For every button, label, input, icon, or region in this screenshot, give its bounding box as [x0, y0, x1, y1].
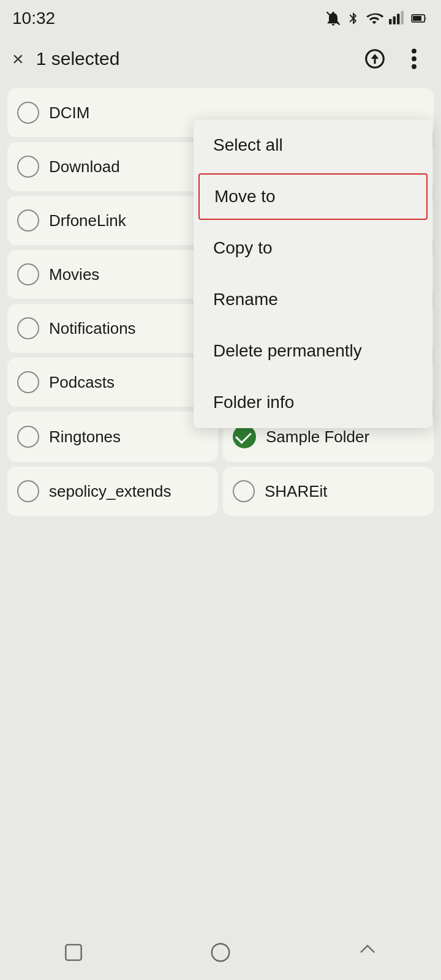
context-menu: Select allMove toCopy toRenameDelete per…	[194, 119, 432, 428]
radio-sepolicy	[17, 480, 39, 502]
folder-item-shareit[interactable]: SHAREit	[223, 467, 434, 516]
svg-point-8	[412, 48, 417, 53]
recents-button[interactable]	[349, 934, 386, 971]
menu-item-move-to[interactable]: Move to	[198, 173, 428, 220]
svg-point-10	[412, 64, 417, 69]
folder-item-podcasts[interactable]: Podcasts	[7, 358, 218, 407]
folder-name-drfonelink: DrfoneLink	[49, 211, 126, 230]
home-button[interactable]	[55, 934, 92, 971]
menu-item-rename[interactable]: Rename	[194, 274, 432, 325]
close-button[interactable]: ×	[12, 49, 24, 69]
folder-item-sepolicy[interactable]: sepolicy_extends	[7, 467, 218, 516]
menu-item-select-all[interactable]: Select all	[194, 119, 432, 171]
svg-rect-4	[401, 11, 404, 24]
svg-rect-11	[66, 944, 81, 960]
folder-name-notifications: Notifications	[49, 319, 136, 338]
radio-shareit	[233, 480, 255, 502]
action-bar-icons	[360, 44, 429, 74]
folder-name-dcim: DCIM	[49, 104, 89, 123]
folder-name-shareit: SHAREit	[265, 482, 328, 501]
radio-movies	[17, 263, 39, 285]
folder-name-movies: Movies	[49, 265, 99, 284]
svg-rect-6	[413, 16, 421, 21]
folder-item-ringtones[interactable]: Ringtones	[7, 412, 218, 462]
folder-name-podcasts: Podcasts	[49, 373, 115, 392]
folder-name-ringtones: Ringtones	[49, 428, 121, 447]
folder-name-sample-folder: Sample Folder	[266, 428, 369, 447]
back-button[interactable]	[202, 934, 239, 971]
status-time: 10:32	[12, 9, 55, 28]
radio-podcasts	[17, 371, 39, 393]
radio-dcim	[17, 102, 39, 124]
folder-name-download: Download	[49, 157, 120, 176]
status-icons	[325, 10, 429, 27]
svg-rect-1	[389, 19, 391, 24]
radio-download	[17, 156, 39, 178]
radio-sample-folder	[233, 425, 256, 448]
menu-item-folder-info[interactable]: Folder info	[194, 377, 432, 428]
status-bar: 10:32	[0, 0, 441, 34]
svg-point-12	[212, 944, 230, 962]
selected-label: 1 selected	[36, 48, 348, 69]
signal-icon	[388, 10, 404, 27]
radio-ringtones	[17, 426, 39, 448]
mute-icon	[325, 10, 342, 27]
folder-name-sepolicy: sepolicy_extends	[49, 482, 171, 501]
action-bar: × 1 selected	[0, 34, 441, 83]
more-options-button[interactable]	[399, 44, 429, 74]
svg-rect-2	[393, 17, 396, 24]
bluetooth-icon	[347, 10, 360, 27]
battery-icon	[409, 10, 429, 27]
radio-notifications	[17, 317, 39, 339]
svg-point-9	[412, 56, 417, 61]
svg-rect-3	[397, 13, 399, 24]
folder-item-notifications[interactable]: Notifications	[7, 304, 218, 353]
menu-item-delete-permanently[interactable]: Delete permanently	[194, 325, 432, 377]
radio-drfonelink	[17, 209, 39, 232]
sync-icon[interactable]	[360, 44, 390, 74]
wifi-icon	[365, 10, 383, 27]
menu-item-copy-to[interactable]: Copy to	[194, 222, 432, 274]
nav-bar	[0, 925, 441, 980]
